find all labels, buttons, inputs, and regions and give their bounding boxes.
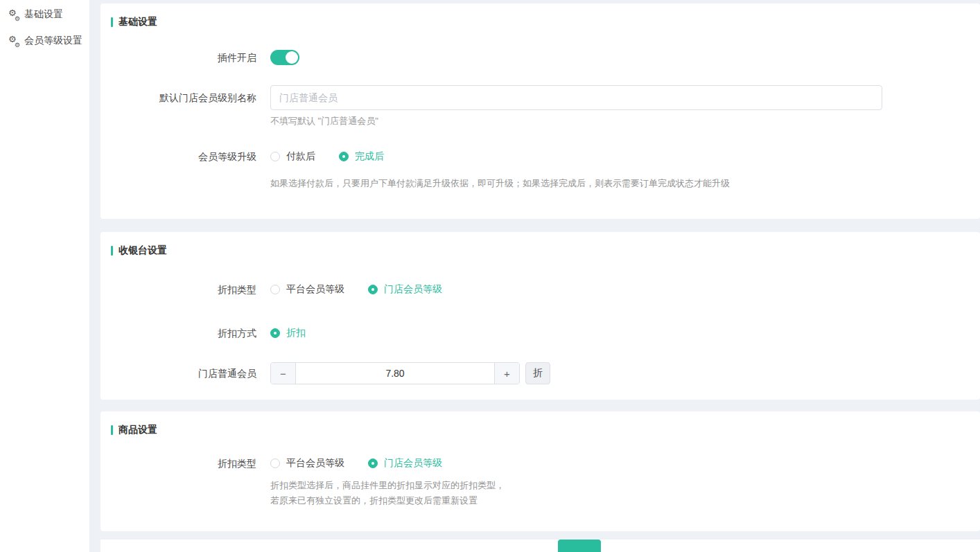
discount-unit-button[interactable]: 折 bbox=[525, 362, 550, 384]
goods-discount-type-row: 折扣类型 平台会员等级 门店会员等级 bbox=[100, 456, 980, 471]
cogs-icon bbox=[8, 9, 20, 20]
stepper-decrease-button[interactable]: − bbox=[271, 363, 296, 384]
member-upgrade-radio-group: 付款后 完成后 bbox=[270, 150, 405, 163]
cashier-discount-type-row: 折扣类型 平台会员等级 门店会员等级 bbox=[100, 282, 980, 297]
save-button[interactable] bbox=[558, 540, 601, 552]
default-level-name-row: 默认门店会员级别名称 不填写默认 "门店普通会员" bbox=[100, 85, 980, 127]
radio-store-member-level[interactable]: 门店会员等级 bbox=[368, 457, 442, 470]
section-header-basic: 基础设置 bbox=[100, 3, 980, 28]
stepper-increase-button[interactable]: + bbox=[494, 363, 519, 384]
radio-label: 门店会员等级 bbox=[384, 457, 442, 470]
radio-circle-icon bbox=[368, 458, 378, 468]
discount-stepper-group: − 7.80 + 折 bbox=[270, 362, 550, 384]
section-header-cashier: 收银台设置 bbox=[100, 232, 980, 257]
cashier-discount-mode-radio-group: 折扣 bbox=[270, 327, 326, 340]
radio-circle-icon bbox=[270, 458, 280, 468]
default-level-name-field-group: 不填写默认 "门店普通会员" bbox=[270, 85, 882, 127]
basic-settings-card: 基础设置 插件开启 默认门店会员级别名称 不填写默认 "门店普通会员" 会员等级… bbox=[100, 3, 980, 219]
discount-value-input[interactable]: 7.80 bbox=[296, 363, 494, 384]
sidebar-item-member-level-settings[interactable]: 会员等级设置 bbox=[0, 33, 89, 48]
radio-label: 平台会员等级 bbox=[286, 457, 344, 470]
radio-circle-icon bbox=[270, 285, 280, 294]
discount-type-label: 折扣类型 bbox=[100, 456, 256, 471]
minus-icon: − bbox=[280, 368, 286, 380]
member-upgrade-label: 会员等级升级 bbox=[100, 149, 256, 164]
goods-discount-hint-row: 折扣类型选择后，商品挂件里的折扣显示对应的折扣类型， 若原来已有独立设置的，折扣… bbox=[100, 478, 980, 508]
goods-discount-hint-line1: 折扣类型选择后，商品挂件里的折扣显示对应的折扣类型， bbox=[270, 478, 505, 493]
store-member-discount-label: 门店普通会员 bbox=[100, 362, 256, 384]
goods-discount-hints: 折扣类型选择后，商品挂件里的折扣显示对应的折扣类型， 若原来已有独立设置的，折扣… bbox=[270, 478, 505, 508]
radio-platform-member-level[interactable]: 平台会员等级 bbox=[270, 457, 344, 470]
sidebar-item-label: 会员等级设置 bbox=[24, 35, 82, 47]
goods-discount-hint-line2: 若原来已有独立设置的，折扣类型更改后需重新设置 bbox=[270, 493, 505, 508]
goods-settings-card: 商品设置 折扣类型 平台会员等级 门店会员等级 折扣类型选择后，商品挂件里的折扣… bbox=[100, 411, 980, 531]
radio-store-member-level[interactable]: 门店会员等级 bbox=[368, 283, 442, 296]
settings-sidebar: 基础设置 会员等级设置 bbox=[0, 0, 90, 552]
radio-label: 平台会员等级 bbox=[286, 283, 344, 296]
plugin-enable-label: 插件开启 bbox=[100, 50, 256, 65]
section-accent-bar bbox=[111, 17, 113, 27]
section-title: 商品设置 bbox=[119, 424, 157, 436]
radio-after-payment[interactable]: 付款后 bbox=[270, 150, 315, 163]
radio-label: 折扣 bbox=[286, 327, 306, 339]
plugin-enable-toggle[interactable] bbox=[270, 50, 299, 65]
settings-main: 基础设置 插件开启 默认门店会员级别名称 不填写默认 "门店普通会员" 会员等级… bbox=[100, 0, 980, 552]
radio-discount[interactable]: 折扣 bbox=[270, 327, 306, 339]
radio-platform-member-level[interactable]: 平台会员等级 bbox=[270, 283, 344, 296]
cogs-icon bbox=[8, 35, 20, 46]
cashier-discount-mode-row: 折扣方式 折扣 bbox=[100, 326, 980, 341]
section-title: 基础设置 bbox=[119, 16, 157, 28]
cashier-discount-type-radio-group: 平台会员等级 门店会员等级 bbox=[270, 283, 463, 296]
member-upgrade-hint-row: 如果选择付款后，只要用户下单付款满足升级依据，即可升级；如果选择完成后，则表示需… bbox=[100, 176, 980, 191]
plus-icon: + bbox=[504, 368, 510, 380]
member-upgrade-row: 会员等级升级 付款后 完成后 bbox=[100, 149, 980, 164]
radio-circle-icon bbox=[368, 285, 378, 294]
radio-after-completion[interactable]: 完成后 bbox=[339, 150, 384, 163]
default-level-name-label: 默认门店会员级别名称 bbox=[100, 85, 256, 110]
default-level-name-input[interactable] bbox=[270, 85, 882, 110]
member-upgrade-hint: 如果选择付款后，只要用户下单付款满足升级依据，即可升级；如果选择完成后，则表示需… bbox=[270, 176, 730, 191]
discount-type-label: 折扣类型 bbox=[100, 282, 256, 297]
store-member-discount-row: 门店普通会员 − 7.80 + 折 bbox=[100, 362, 980, 384]
sidebar-item-label: 基础设置 bbox=[24, 8, 63, 21]
section-accent-bar bbox=[111, 246, 113, 256]
radio-circle-icon bbox=[270, 328, 280, 338]
discount-number-stepper: − 7.80 + bbox=[270, 362, 520, 384]
footer-bar bbox=[100, 540, 980, 552]
section-header-goods: 商品设置 bbox=[100, 411, 980, 436]
radio-label: 门店会员等级 bbox=[384, 283, 442, 296]
section-title: 收银台设置 bbox=[119, 244, 167, 257]
discount-mode-label: 折扣方式 bbox=[100, 326, 256, 341]
radio-circle-icon bbox=[339, 152, 349, 161]
cashier-settings-card: 收银台设置 折扣类型 平台会员等级 门店会员等级 折扣方式 折扣 bbox=[100, 232, 980, 400]
radio-label: 付款后 bbox=[286, 150, 315, 163]
section-accent-bar bbox=[111, 425, 113, 435]
goods-discount-type-radio-group: 平台会员等级 门店会员等级 bbox=[270, 457, 463, 470]
plugin-enable-row: 插件开启 bbox=[100, 50, 980, 65]
default-level-name-hint: 不填写默认 "门店普通会员" bbox=[270, 115, 882, 127]
sidebar-item-basic-settings[interactable]: 基础设置 bbox=[0, 7, 89, 22]
radio-circle-icon bbox=[270, 152, 280, 161]
radio-label: 完成后 bbox=[355, 150, 384, 163]
